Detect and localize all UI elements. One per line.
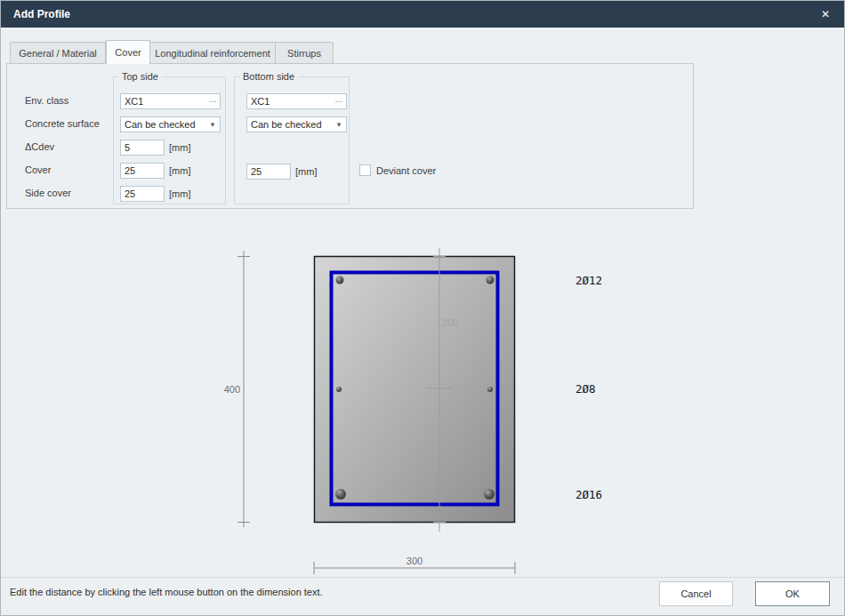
width-dimension-text[interactable]: 300 [406, 556, 422, 566]
rebar-dot-bottom-left [335, 489, 346, 500]
status-message: Edit the distance by clicking the left m… [10, 587, 323, 597]
rebar-dot-mid-right [487, 387, 493, 392]
add-profile-dialog: Add Profile ✕ General / Material Cover L… [0, 0, 845, 616]
cover-form-panel [6, 63, 694, 209]
cancel-button[interactable]: Cancel [659, 581, 733, 606]
rebar-dot-top-right [487, 276, 495, 284]
title-bar: Add Profile ✕ [1, 1, 844, 28]
tab-general-material[interactable]: General / Material [10, 42, 106, 64]
rebar-dot-mid-left [336, 387, 342, 392]
tab-stirrups[interactable]: Stirrups [276, 42, 334, 64]
rebar-dot-top-left [336, 276, 344, 284]
tab-longitudinal-reinforcement[interactable]: Longitudinal reinforcement [150, 42, 276, 64]
close-icon[interactable]: ✕ [812, 1, 839, 28]
rebar-dot-bottom-right [484, 489, 495, 500]
dialog-title: Add Profile [13, 1, 70, 28]
rebar-label-bottom: 2Ø16 [575, 488, 602, 501]
rebar-label-top: 2Ø12 [575, 274, 602, 287]
half-height-bottom-text[interactable]: 200 [442, 452, 458, 462]
rebar-label-middle: 2Ø8 [575, 382, 596, 396]
height-dimension-text[interactable]: 400 [224, 384, 240, 395]
tab-strip: General / Material Cover Longitudinal re… [10, 40, 334, 64]
concrete-section [315, 257, 515, 523]
half-height-top-text[interactable]: 200 [442, 317, 458, 328]
section-drawing: 400 200 200 300 2Ø12 2Ø8 2Ø16 [1, 214, 845, 577]
tab-cover[interactable]: Cover [106, 40, 150, 64]
ok-button[interactable]: OK [755, 581, 830, 606]
